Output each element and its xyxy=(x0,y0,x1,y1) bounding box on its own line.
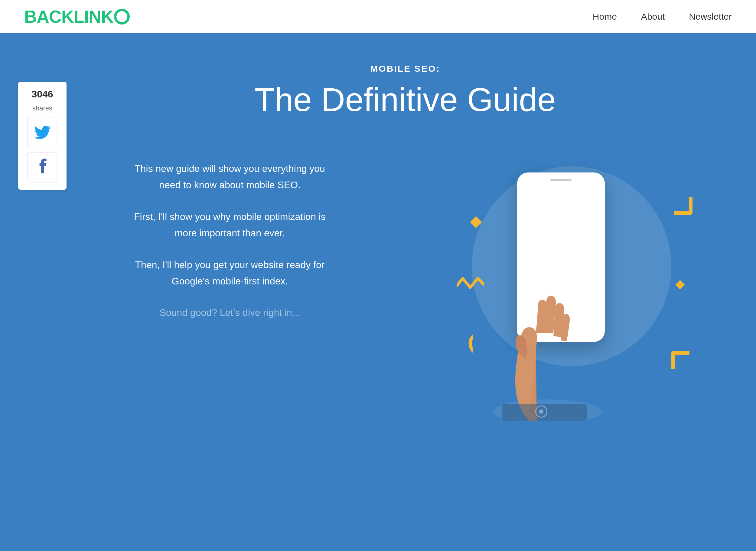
share-count: 3046 xyxy=(31,89,53,99)
table-gear-icon xyxy=(535,406,547,418)
hero-divider xyxy=(224,130,587,130)
hand-illustration xyxy=(481,263,614,421)
hero-main-row: This new guide will show you everything … xyxy=(103,148,708,421)
hero-body-text: This new guide will show you everything … xyxy=(127,148,333,321)
hero-paragraph-1: This new guide will show you everything … xyxy=(127,160,333,193)
logo[interactable]: BACKLINK xyxy=(24,6,130,27)
twitter-share-button[interactable] xyxy=(27,117,57,147)
logo-o-icon xyxy=(114,9,130,24)
deco-diamond-2 xyxy=(675,280,685,289)
deco-corner-2 xyxy=(671,351,689,369)
phone-speaker xyxy=(550,179,572,181)
facebook-share-button[interactable] xyxy=(27,152,57,182)
nav-newsletter[interactable]: Newsletter xyxy=(689,11,732,22)
hero-content: MOBILE SEO: The Definitive Guide This ne… xyxy=(67,64,708,421)
deco-wave-icon xyxy=(457,276,484,291)
main-nav: Home About Newsletter xyxy=(593,11,732,22)
hero-section: 3046 shares MOBILE SEO: The Definitive G… xyxy=(0,33,756,551)
deco-corner-1 xyxy=(674,197,692,215)
header: BACKLINK Home About Newsletter xyxy=(0,0,756,33)
phone-illustration xyxy=(435,148,708,421)
hero-paragraph-4: Sound good? Let's dive right in... xyxy=(127,305,333,321)
nav-about[interactable]: About xyxy=(641,11,665,22)
share-label: shares xyxy=(32,104,52,112)
deco-arc-icon xyxy=(449,331,473,356)
hero-subtitle: MOBILE SEO: xyxy=(370,64,440,74)
hero-paragraph-3: Then, I'll help you get your website rea… xyxy=(127,256,333,290)
share-sidebar: 3046 shares xyxy=(18,82,67,190)
nav-home[interactable]: Home xyxy=(593,11,617,22)
logo-text: BACKLINK xyxy=(24,6,113,27)
twitter-icon xyxy=(34,125,51,139)
hero-paragraph-2: First, I'll show you why mobile optimiza… xyxy=(127,208,333,241)
facebook-icon xyxy=(37,158,48,177)
hero-title: The Definitive Guide xyxy=(255,81,556,118)
